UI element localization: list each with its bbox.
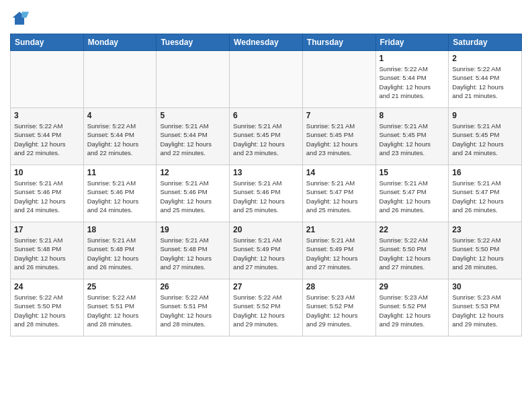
calendar-cell: 14Sunrise: 5:21 AM Sunset: 5:47 PM Dayli…	[302, 165, 375, 222]
day-number: 18	[87, 225, 153, 234]
weekday-header: Monday	[83, 34, 157, 51]
day-number: 1	[380, 54, 445, 63]
day-number: 28	[306, 282, 372, 291]
day-number: 11	[87, 168, 153, 177]
day-number: 8	[380, 111, 445, 120]
day-number: 10	[14, 168, 80, 177]
day-info: Sunrise: 5:22 AM Sunset: 5:50 PM Dayligh…	[14, 293, 80, 328]
calendar-cell: 7Sunrise: 5:21 AM Sunset: 5:45 PM Daylig…	[302, 108, 375, 165]
day-number: 2	[452, 54, 518, 63]
day-number: 3	[14, 111, 80, 120]
day-info: Sunrise: 5:22 AM Sunset: 5:44 PM Dayligh…	[14, 122, 80, 157]
calendar-cell: 23Sunrise: 5:22 AM Sunset: 5:50 PM Dayli…	[449, 222, 522, 279]
calendar-body: 1Sunrise: 5:22 AM Sunset: 5:44 PM Daylig…	[11, 51, 522, 336]
calendar-cell: 8Sunrise: 5:21 AM Sunset: 5:45 PM Daylig…	[375, 108, 449, 165]
page: SundayMondayTuesdayWednesdayThursdayFrid…	[0, 0, 532, 411]
day-info: Sunrise: 5:22 AM Sunset: 5:52 PM Dayligh…	[233, 293, 299, 328]
calendar-cell: 20Sunrise: 5:21 AM Sunset: 5:49 PM Dayli…	[230, 222, 303, 279]
calendar-cell: 17Sunrise: 5:21 AM Sunset: 5:48 PM Dayli…	[11, 222, 84, 279]
day-number: 13	[233, 168, 299, 177]
logo	[10, 9, 32, 28]
weekday-row: SundayMondayTuesdayWednesdayThursdayFrid…	[11, 34, 522, 51]
header	[10, 7, 522, 28]
day-number: 12	[160, 168, 226, 177]
calendar-cell: 16Sunrise: 5:21 AM Sunset: 5:47 PM Dayli…	[449, 165, 522, 222]
calendar-cell	[302, 51, 375, 108]
day-info: Sunrise: 5:23 AM Sunset: 5:52 PM Dayligh…	[380, 293, 445, 328]
day-info: Sunrise: 5:21 AM Sunset: 5:45 PM Dayligh…	[380, 122, 445, 157]
day-info: Sunrise: 5:21 AM Sunset: 5:45 PM Dayligh…	[233, 122, 299, 157]
day-info: Sunrise: 5:21 AM Sunset: 5:48 PM Dayligh…	[14, 236, 80, 271]
calendar-cell: 9Sunrise: 5:21 AM Sunset: 5:45 PM Daylig…	[449, 108, 522, 165]
day-info: Sunrise: 5:23 AM Sunset: 5:52 PM Dayligh…	[306, 293, 372, 328]
day-info: Sunrise: 5:22 AM Sunset: 5:51 PM Dayligh…	[87, 293, 153, 328]
calendar-cell	[11, 51, 84, 108]
day-info: Sunrise: 5:21 AM Sunset: 5:48 PM Dayligh…	[160, 236, 226, 271]
calendar-cell: 25Sunrise: 5:22 AM Sunset: 5:51 PM Dayli…	[83, 279, 157, 336]
day-number: 9	[452, 111, 518, 120]
calendar-cell	[83, 51, 157, 108]
calendar-cell: 29Sunrise: 5:23 AM Sunset: 5:52 PM Dayli…	[375, 279, 449, 336]
weekday-header: Saturday	[449, 34, 522, 51]
calendar-cell: 18Sunrise: 5:21 AM Sunset: 5:48 PM Dayli…	[83, 222, 157, 279]
calendar-cell: 28Sunrise: 5:23 AM Sunset: 5:52 PM Dayli…	[302, 279, 375, 336]
calendar-week: 1Sunrise: 5:22 AM Sunset: 5:44 PM Daylig…	[11, 51, 522, 108]
day-number: 20	[233, 225, 299, 234]
svg-marker-1	[22, 12, 30, 18]
day-info: Sunrise: 5:21 AM Sunset: 5:47 PM Dayligh…	[452, 179, 518, 214]
day-info: Sunrise: 5:21 AM Sunset: 5:46 PM Dayligh…	[14, 179, 80, 214]
calendar-header: SundayMondayTuesdayWednesdayThursdayFrid…	[11, 34, 522, 51]
calendar-cell: 4Sunrise: 5:22 AM Sunset: 5:44 PM Daylig…	[83, 108, 157, 165]
day-info: Sunrise: 5:21 AM Sunset: 5:49 PM Dayligh…	[233, 236, 299, 271]
calendar-cell: 13Sunrise: 5:21 AM Sunset: 5:46 PM Dayli…	[230, 165, 303, 222]
day-info: Sunrise: 5:22 AM Sunset: 5:44 PM Dayligh…	[87, 122, 153, 157]
day-info: Sunrise: 5:21 AM Sunset: 5:45 PM Dayligh…	[306, 122, 372, 157]
day-number: 7	[306, 111, 372, 120]
calendar-cell: 5Sunrise: 5:21 AM Sunset: 5:44 PM Daylig…	[157, 108, 230, 165]
day-info: Sunrise: 5:21 AM Sunset: 5:48 PM Dayligh…	[87, 236, 153, 271]
day-number: 26	[160, 282, 226, 291]
weekday-header: Thursday	[302, 34, 375, 51]
day-number: 27	[233, 282, 299, 291]
day-info: Sunrise: 5:22 AM Sunset: 5:50 PM Dayligh…	[452, 236, 518, 271]
day-info: Sunrise: 5:21 AM Sunset: 5:46 PM Dayligh…	[87, 179, 153, 214]
calendar-cell: 11Sunrise: 5:21 AM Sunset: 5:46 PM Dayli…	[83, 165, 157, 222]
day-info: Sunrise: 5:22 AM Sunset: 5:51 PM Dayligh…	[160, 293, 226, 328]
calendar-table: SundayMondayTuesdayWednesdayThursdayFrid…	[10, 34, 522, 336]
day-info: Sunrise: 5:21 AM Sunset: 5:44 PM Dayligh…	[160, 122, 226, 157]
calendar-cell: 6Sunrise: 5:21 AM Sunset: 5:45 PM Daylig…	[230, 108, 303, 165]
calendar-cell: 24Sunrise: 5:22 AM Sunset: 5:50 PM Dayli…	[11, 279, 84, 336]
day-number: 16	[452, 168, 518, 177]
day-info: Sunrise: 5:21 AM Sunset: 5:46 PM Dayligh…	[160, 179, 226, 214]
calendar-cell: 2Sunrise: 5:22 AM Sunset: 5:44 PM Daylig…	[449, 51, 522, 108]
day-info: Sunrise: 5:22 AM Sunset: 5:44 PM Dayligh…	[380, 64, 445, 100]
weekday-header: Wednesday	[230, 34, 303, 51]
day-number: 24	[14, 282, 80, 291]
calendar-cell: 26Sunrise: 5:22 AM Sunset: 5:51 PM Dayli…	[157, 279, 230, 336]
day-number: 17	[14, 225, 80, 234]
day-info: Sunrise: 5:21 AM Sunset: 5:46 PM Dayligh…	[233, 179, 299, 214]
day-info: Sunrise: 5:21 AM Sunset: 5:49 PM Dayligh…	[306, 236, 372, 271]
calendar-week: 17Sunrise: 5:21 AM Sunset: 5:48 PM Dayli…	[11, 222, 522, 279]
calendar-cell: 21Sunrise: 5:21 AM Sunset: 5:49 PM Dayli…	[302, 222, 375, 279]
day-info: Sunrise: 5:22 AM Sunset: 5:50 PM Dayligh…	[380, 236, 445, 271]
calendar-cell: 12Sunrise: 5:21 AM Sunset: 5:46 PM Dayli…	[157, 165, 230, 222]
day-info: Sunrise: 5:23 AM Sunset: 5:53 PM Dayligh…	[452, 293, 518, 328]
day-number: 29	[380, 282, 445, 291]
calendar-cell: 27Sunrise: 5:22 AM Sunset: 5:52 PM Dayli…	[230, 279, 303, 336]
calendar-cell: 22Sunrise: 5:22 AM Sunset: 5:50 PM Dayli…	[375, 222, 449, 279]
day-number: 19	[160, 225, 226, 234]
day-number: 4	[87, 111, 153, 120]
calendar-cell: 1Sunrise: 5:22 AM Sunset: 5:44 PM Daylig…	[375, 51, 449, 108]
calendar-cell: 15Sunrise: 5:21 AM Sunset: 5:47 PM Dayli…	[375, 165, 449, 222]
calendar-cell	[157, 51, 230, 108]
day-number: 5	[160, 111, 226, 120]
calendar-cell: 19Sunrise: 5:21 AM Sunset: 5:48 PM Dayli…	[157, 222, 230, 279]
logo-icon	[10, 9, 29, 28]
weekday-header: Sunday	[11, 34, 84, 51]
day-number: 22	[380, 225, 445, 234]
day-number: 14	[306, 168, 372, 177]
calendar-cell: 10Sunrise: 5:21 AM Sunset: 5:46 PM Dayli…	[11, 165, 84, 222]
day-number: 21	[306, 225, 372, 234]
day-info: Sunrise: 5:21 AM Sunset: 5:47 PM Dayligh…	[380, 179, 445, 214]
